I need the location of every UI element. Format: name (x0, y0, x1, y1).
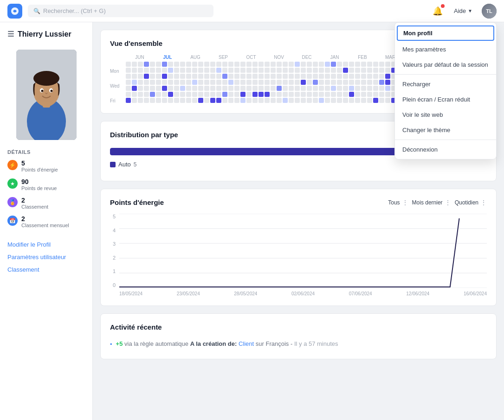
menu-icon[interactable]: ☰ (7, 30, 14, 38)
svg-rect-212 (295, 86, 300, 91)
svg-rect-303 (373, 86, 378, 91)
dropdown-item-voir-site[interactable]: Voir le site web (395, 107, 496, 122)
svg-rect-92 (192, 80, 197, 85)
svg-rect-209 (295, 68, 300, 73)
filter-tous[interactable]: Tous ⋮ (388, 199, 408, 206)
svg-rect-93 (192, 86, 197, 91)
svg-rect-144 (234, 98, 239, 103)
svg-rect-305 (373, 98, 378, 103)
filter-quotidien-colon: ⋮ (480, 199, 487, 206)
dropdown-item-changer-theme[interactable]: Changer le thème (395, 122, 496, 138)
svg-rect-207 (289, 98, 294, 103)
svg-rect-299 (373, 62, 378, 67)
svg-rect-136 (228, 92, 233, 97)
svg-rect-48 (156, 68, 161, 73)
svg-rect-181 (271, 68, 276, 73)
svg-rect-204 (289, 80, 294, 85)
dropdown-item-valeurs-defaut[interactable]: Valeurs par défaut de la session (395, 57, 496, 72)
sidebar-avatar-section (0, 46, 92, 144)
svg-rect-256 (331, 98, 336, 103)
sidebar-link-modifier-profil[interactable]: Modifier le Profil (0, 238, 92, 251)
svg-rect-248 (325, 92, 330, 97)
svg-rect-255 (331, 92, 336, 97)
filter-quotidien[interactable]: Quotidien ⋮ (455, 199, 487, 206)
svg-rect-238 (319, 74, 324, 79)
card-activity: Activité récente • +5 via la règle autom… (100, 313, 497, 359)
svg-rect-150 (240, 92, 246, 97)
svg-rect-55 (162, 68, 167, 73)
svg-rect-13 (126, 68, 131, 73)
svg-rect-228 (307, 98, 312, 103)
svg-rect-234 (313, 92, 318, 97)
svg-rect-37 (144, 86, 149, 91)
svg-rect-126 (222, 74, 227, 79)
svg-rect-43 (150, 80, 155, 85)
svg-rect-134 (228, 80, 233, 85)
legend-count: 5 (134, 161, 137, 168)
y-0: 0 (110, 282, 116, 288)
svg-rect-114 (210, 86, 215, 91)
svg-rect-100 (198, 86, 203, 91)
svg-rect-94 (192, 92, 197, 97)
svg-rect-223 (307, 68, 312, 73)
svg-rect-108 (204, 92, 209, 97)
svg-rect-202 (289, 68, 294, 73)
svg-rect-72 (174, 86, 179, 91)
svg-rect-30 (138, 86, 143, 91)
svg-rect-254 (331, 86, 336, 91)
svg-rect-260 (337, 80, 342, 85)
svg-rect-315 (385, 74, 390, 79)
svg-rect-281 (355, 80, 360, 85)
dropdown-item-mes-parametres[interactable]: Mes paramètres (395, 42, 496, 57)
svg-rect-109 (204, 98, 209, 103)
y-axis: 5 4 3 2 1 0 (110, 214, 119, 288)
svg-rect-112 (210, 74, 215, 79)
svg-rect-236 (319, 62, 324, 67)
svg-rect-110 (210, 62, 215, 67)
svg-rect-49 (156, 74, 161, 79)
sidebar-link-parametres[interactable]: Paramètres utilisateur (0, 251, 92, 263)
svg-rect-116 (210, 98, 215, 103)
svg-rect-16 (126, 86, 131, 91)
notifications-button[interactable]: 🔔 (431, 4, 445, 18)
energy-filters: Tous ⋮ Mois dernier ⋮ Quotidien ⋮ (388, 199, 487, 206)
svg-rect-117 (216, 62, 221, 67)
energy-chart-wrapper: 5 4 3 2 1 0 (110, 214, 487, 296)
rank-value: 2 (21, 197, 48, 204)
dropdown-item-mon-profil[interactable]: Mon profil (397, 25, 494, 41)
filter-mois-dernier[interactable]: Mois dernier ⋮ (412, 199, 451, 206)
svg-rect-40 (150, 62, 155, 67)
svg-rect-21 (132, 74, 137, 79)
sidebar-section-details: Détails (0, 144, 92, 157)
dropdown-item-recharger[interactable]: Recharger (395, 76, 496, 92)
svg-rect-162 (252, 80, 258, 85)
svg-rect-191 (277, 86, 282, 91)
svg-rect-265 (343, 68, 348, 73)
svg-rect-229 (313, 62, 318, 67)
svg-rect-42 (150, 74, 155, 79)
svg-rect-266 (343, 74, 348, 79)
sidebar-stat-energy: ⚡ 5 Points d'énergie (0, 157, 92, 175)
dropdown-item-deconnexion[interactable]: Déconnexion (395, 142, 496, 157)
day-label-wed: Wed (110, 83, 124, 89)
dropdown-menu: Mon profil Mes paramètres Valeurs par dé… (394, 22, 497, 159)
month-jan: JAN (321, 55, 349, 60)
svg-rect-197 (283, 80, 288, 85)
svg-rect-80 (180, 92, 185, 97)
search-bar[interactable]: 🔍 Rechercher... (Ctrl + G) (28, 5, 213, 17)
user-avatar[interactable]: TL (482, 4, 497, 19)
svg-rect-316 (385, 80, 390, 85)
svg-rect-27 (138, 68, 143, 73)
svg-rect-307 (379, 68, 384, 73)
y-3: 3 (110, 241, 116, 247)
energy-header: Points d'énergie Tous ⋮ Mois dernier ⋮ Q… (110, 198, 487, 206)
svg-rect-101 (198, 92, 203, 97)
svg-rect-127 (222, 80, 227, 85)
dropdown-item-plein-ecran[interactable]: Plein écran / Ecran réduit (395, 92, 496, 107)
svg-rect-111 (210, 68, 215, 73)
svg-rect-170 (258, 86, 264, 91)
help-button[interactable]: Aide ▼ (450, 6, 476, 16)
sidebar-link-classement[interactable]: Classement (0, 263, 92, 276)
svg-rect-308 (379, 74, 384, 79)
svg-rect-95 (192, 98, 197, 103)
